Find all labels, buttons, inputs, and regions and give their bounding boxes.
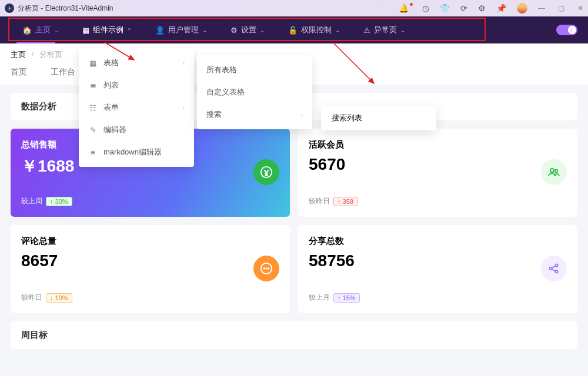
gear-icon: ⚙	[230, 26, 238, 35]
delta-badge: ↑ 15%	[333, 293, 360, 303]
menu-item-table[interactable]: ▦表格›	[79, 52, 194, 74]
breadcrumb-root[interactable]: 主页	[11, 50, 26, 59]
app-icon: ✶	[5, 4, 14, 13]
user-icon: 👤	[155, 26, 165, 35]
menu-label: 表格	[103, 58, 119, 68]
menu-item-search[interactable]: 搜索‹	[197, 103, 312, 126]
menu-label: 所有表格	[206, 65, 237, 75]
card-label: 分享总数	[309, 236, 567, 247]
toggle-knob: ☾	[568, 26, 576, 34]
chevron-up-icon: ⌄	[127, 27, 132, 33]
menu-item-custom-table[interactable]: 自定义表格	[197, 81, 312, 103]
breadcrumb-current: 分析页	[39, 50, 62, 59]
delta-badge: ↑ 30%	[46, 197, 72, 206]
svg-point-6	[268, 268, 269, 269]
svg-point-4	[263, 268, 265, 269]
pin-icon[interactable]: 📌	[496, 4, 506, 13]
share-icon	[541, 256, 567, 281]
chevron-down-icon: ⌄	[400, 27, 405, 33]
card-value: 5670	[309, 155, 567, 174]
comments-icon	[253, 256, 279, 281]
nav-label: 用户管理	[168, 25, 199, 35]
grid-icon: ▦	[82, 26, 89, 35]
window-maximize-button[interactable]: ▢	[558, 4, 564, 12]
menu-label: 列表	[103, 80, 119, 90]
tab-workbench[interactable]: 工作台	[51, 67, 75, 78]
chevron-down-icon: ⌄	[54, 27, 59, 33]
members-icon	[541, 159, 567, 185]
menu-label: 自定义表格	[206, 87, 245, 98]
nav-settings[interactable]: ⚙ 设置 ⌄	[219, 16, 276, 43]
chevron-down-icon: ⌄	[335, 27, 340, 33]
svg-point-1	[550, 169, 554, 172]
menu-label: 编辑器	[103, 125, 126, 135]
table-submenu: 所有表格 自定义表格 搜索‹	[197, 55, 312, 129]
svg-point-9	[555, 270, 557, 273]
nav-label: 设置	[241, 25, 256, 35]
menu-item-form[interactable]: ☷表单›	[79, 96, 194, 119]
card-label: 活跃会员	[309, 139, 567, 150]
nav-label: 组件示例	[93, 25, 123, 35]
chevron-left-icon: ‹	[301, 112, 303, 118]
card-value: 8657	[21, 251, 279, 270]
compare-label: 较昨日	[21, 293, 42, 303]
menu-item-markdown[interactable]: ≡markdown编辑器	[79, 141, 194, 163]
card-label: 评论总量	[21, 236, 279, 247]
nav-errors[interactable]: ⚠ 异常页 ⌄	[352, 16, 417, 43]
form-icon: ☷	[88, 103, 98, 112]
breadcrumb-sep: /	[32, 50, 34, 59]
menu-label: 搜索列表	[332, 113, 362, 122]
menu-item-editor[interactable]: ✎编辑器	[79, 119, 194, 141]
lock-icon: 🔓	[288, 26, 298, 35]
nav-label: 权限控制	[301, 25, 332, 35]
window-title: 分析页 - Electron31-ViteAdmin	[18, 4, 113, 14]
nav-home[interactable]: 🏠 主页 ⌄	[11, 16, 71, 43]
titlebar-actions: 🔔 ◷ 👕 ⟳ ⚙ 📌	[399, 3, 527, 14]
chevron-right-icon: ›	[183, 60, 185, 66]
tab-home[interactable]: 首页	[11, 67, 27, 78]
compare-label: 较昨日	[309, 196, 330, 206]
window-close-button[interactable]: ✕	[577, 4, 583, 12]
gear-icon[interactable]: ⚙	[478, 4, 486, 13]
nav-components[interactable]: ▦ 组件示例 ⌄	[71, 16, 143, 43]
weekly-goal-title: 周目标	[11, 321, 577, 349]
card-value: 58756	[309, 251, 567, 270]
clock-icon[interactable]: ◷	[422, 4, 429, 13]
svg-point-8	[555, 264, 557, 266]
menu-label: 搜索	[206, 109, 222, 120]
search-submenu[interactable]: 搜索列表	[321, 106, 436, 130]
nav-users[interactable]: 👤 用户管理 ⌄	[143, 16, 219, 43]
avatar[interactable]	[517, 3, 527, 14]
svg-point-2	[555, 170, 558, 173]
nav-permissions[interactable]: 🔓 权限控制 ⌄	[276, 16, 352, 43]
table-icon: ▦	[88, 59, 98, 68]
chevron-right-icon: ›	[183, 105, 185, 111]
window-titlebar: ✶ 分析页 - Electron31-ViteAdmin 🔔 ◷ 👕 ⟳ ⚙ 📌…	[0, 0, 588, 16]
window-minimize-button[interactable]: —	[538, 4, 545, 12]
chevron-down-icon: ⌄	[202, 27, 207, 33]
compare-label: 较上周	[21, 196, 42, 206]
home-icon: 🏠	[22, 26, 32, 35]
theme-toggle[interactable]: ☾	[556, 25, 577, 35]
delta-badge: ↓ 10%	[46, 293, 72, 303]
warn-icon: ⚠	[363, 26, 370, 35]
svg-point-7	[549, 267, 552, 270]
components-submenu: ▦表格› ≣列表 ☷表单› ✎编辑器 ≡markdown编辑器	[79, 48, 194, 167]
menu-item-all-tables[interactable]: 所有表格	[197, 59, 312, 81]
card-comments: 评论总量 8657 较昨日 ↓ 10%	[11, 225, 290, 313]
menu-label: 表单	[103, 102, 119, 113]
menu-label: markdown编辑器	[103, 147, 162, 157]
svg-point-5	[266, 268, 267, 269]
nav-label: 异常页	[374, 25, 397, 35]
bell-icon[interactable]: 🔔	[399, 4, 412, 13]
chevron-down-icon: ⌄	[260, 27, 265, 33]
menu-item-list[interactable]: ≣列表	[79, 74, 194, 96]
money-icon	[253, 159, 279, 185]
shirt-icon[interactable]: 👕	[440, 4, 450, 13]
top-nav: 🏠 主页 ⌄ ▦ 组件示例 ⌄ 👤 用户管理 ⌄ ⚙ 设置 ⌄ 🔓 权限控制 ⌄…	[0, 16, 588, 43]
card-shares: 分享总数 58756 较上月 ↑ 15%	[298, 225, 577, 313]
markdown-icon: ≡	[88, 148, 98, 157]
list-icon: ≣	[88, 81, 98, 90]
refresh-icon[interactable]: ⟳	[460, 4, 467, 13]
compare-label: 较上月	[309, 293, 330, 303]
